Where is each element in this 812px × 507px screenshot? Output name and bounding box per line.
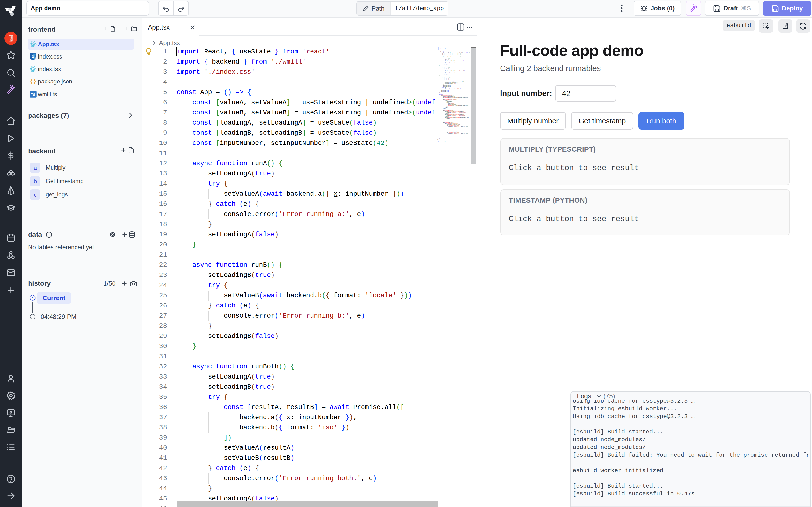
svg-text:TS: TS [31, 93, 35, 97]
svg-text:3: 3 [32, 54, 34, 59]
